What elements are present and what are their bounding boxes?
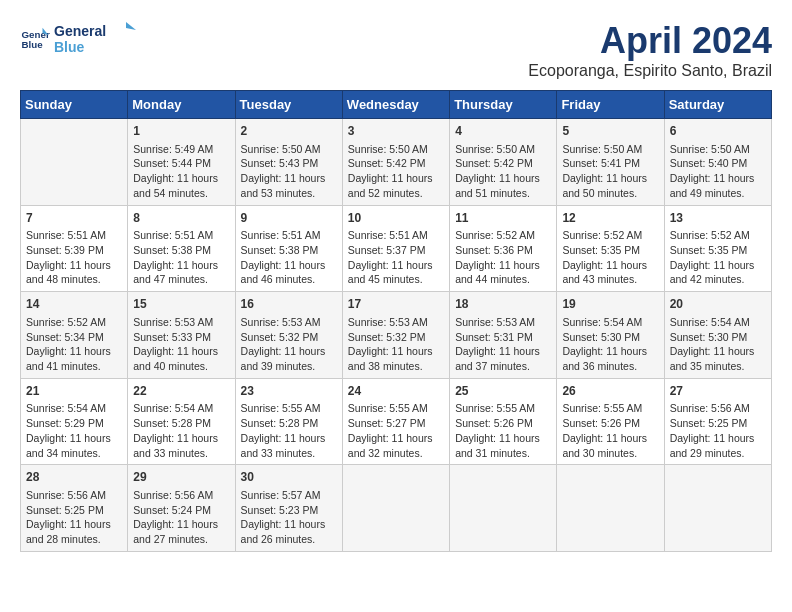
day-number: 8 — [133, 210, 229, 227]
calendar-cell: 21Sunrise: 5:54 AMSunset: 5:29 PMDayligh… — [21, 378, 128, 465]
day-number: 15 — [133, 296, 229, 313]
cell-content: Sunrise: 5:52 AM — [26, 315, 122, 330]
day-number: 1 — [133, 123, 229, 140]
cell-content: Daylight: 11 hours — [670, 171, 766, 186]
cell-content: Sunset: 5:25 PM — [26, 503, 122, 518]
cell-content: Daylight: 11 hours — [455, 171, 551, 186]
day-number: 25 — [455, 383, 551, 400]
calendar-cell — [450, 465, 557, 552]
cell-content: Sunrise: 5:49 AM — [133, 142, 229, 157]
calendar-cell: 20Sunrise: 5:54 AMSunset: 5:30 PMDayligh… — [664, 292, 771, 379]
cell-content: Sunset: 5:35 PM — [562, 243, 658, 258]
day-number: 10 — [348, 210, 444, 227]
cell-content: Sunrise: 5:50 AM — [670, 142, 766, 157]
cell-content: and 32 minutes. — [348, 446, 444, 461]
cell-content: Sunset: 5:43 PM — [241, 156, 337, 171]
day-number: 11 — [455, 210, 551, 227]
calendar-cell — [342, 465, 449, 552]
cell-content: Sunset: 5:28 PM — [241, 416, 337, 431]
cell-content: and 48 minutes. — [26, 272, 122, 287]
cell-content: and 51 minutes. — [455, 186, 551, 201]
cell-content: Daylight: 11 hours — [562, 344, 658, 359]
header-saturday: Saturday — [664, 91, 771, 119]
cell-content: Sunset: 5:26 PM — [562, 416, 658, 431]
cell-content: Sunset: 5:41 PM — [562, 156, 658, 171]
week-row-2: 7Sunrise: 5:51 AMSunset: 5:39 PMDaylight… — [21, 205, 772, 292]
cell-content: Sunset: 5:27 PM — [348, 416, 444, 431]
cell-content: Sunset: 5:23 PM — [241, 503, 337, 518]
cell-content: and 49 minutes. — [670, 186, 766, 201]
cell-content: Sunrise: 5:54 AM — [26, 401, 122, 416]
cell-content: Sunrise: 5:52 AM — [670, 228, 766, 243]
cell-content: and 36 minutes. — [562, 359, 658, 374]
header-tuesday: Tuesday — [235, 91, 342, 119]
header-friday: Friday — [557, 91, 664, 119]
day-number: 23 — [241, 383, 337, 400]
cell-content: Sunrise: 5:53 AM — [241, 315, 337, 330]
cell-content: Sunset: 5:30 PM — [670, 330, 766, 345]
cell-content: Sunrise: 5:51 AM — [241, 228, 337, 243]
svg-text:Blue: Blue — [54, 39, 85, 55]
cell-content: Sunset: 5:38 PM — [241, 243, 337, 258]
cell-content: Daylight: 11 hours — [26, 258, 122, 273]
calendar-cell: 29Sunrise: 5:56 AMSunset: 5:24 PMDayligh… — [128, 465, 235, 552]
header-monday: Monday — [128, 91, 235, 119]
day-number: 29 — [133, 469, 229, 486]
month-year: April 2024 — [528, 20, 772, 62]
cell-content: Daylight: 11 hours — [455, 344, 551, 359]
cell-content: Sunrise: 5:50 AM — [241, 142, 337, 157]
day-number: 18 — [455, 296, 551, 313]
cell-content: Sunset: 5:29 PM — [26, 416, 122, 431]
cell-content: Daylight: 11 hours — [133, 171, 229, 186]
cell-content: and 52 minutes. — [348, 186, 444, 201]
week-row-3: 14Sunrise: 5:52 AMSunset: 5:34 PMDayligh… — [21, 292, 772, 379]
cell-content: Sunrise: 5:55 AM — [455, 401, 551, 416]
day-number: 13 — [670, 210, 766, 227]
calendar-cell — [21, 119, 128, 206]
day-number: 22 — [133, 383, 229, 400]
cell-content: and 47 minutes. — [133, 272, 229, 287]
logo-icon: General Blue — [20, 24, 50, 54]
day-number: 21 — [26, 383, 122, 400]
calendar-cell: 15Sunrise: 5:53 AMSunset: 5:33 PMDayligh… — [128, 292, 235, 379]
location: Ecoporanga, Espirito Santo, Brazil — [528, 62, 772, 80]
cell-content: Daylight: 11 hours — [133, 258, 229, 273]
cell-content: Sunset: 5:26 PM — [455, 416, 551, 431]
cell-content: Sunrise: 5:57 AM — [241, 488, 337, 503]
day-number: 24 — [348, 383, 444, 400]
calendar-cell: 2Sunrise: 5:50 AMSunset: 5:43 PMDaylight… — [235, 119, 342, 206]
day-number: 4 — [455, 123, 551, 140]
cell-content: Sunrise: 5:50 AM — [455, 142, 551, 157]
cell-content: Sunset: 5:38 PM — [133, 243, 229, 258]
cell-content: and 44 minutes. — [455, 272, 551, 287]
cell-content: Sunset: 5:25 PM — [670, 416, 766, 431]
cell-content: Sunrise: 5:56 AM — [26, 488, 122, 503]
day-number: 28 — [26, 469, 122, 486]
cell-content: Sunrise: 5:55 AM — [348, 401, 444, 416]
day-number: 19 — [562, 296, 658, 313]
cell-content: Sunset: 5:33 PM — [133, 330, 229, 345]
day-number: 9 — [241, 210, 337, 227]
day-number: 14 — [26, 296, 122, 313]
calendar-cell: 17Sunrise: 5:53 AMSunset: 5:32 PMDayligh… — [342, 292, 449, 379]
cell-content: and 34 minutes. — [26, 446, 122, 461]
cell-content: Sunrise: 5:56 AM — [133, 488, 229, 503]
svg-text:General: General — [54, 23, 106, 39]
calendar-cell: 25Sunrise: 5:55 AMSunset: 5:26 PMDayligh… — [450, 378, 557, 465]
cell-content: and 26 minutes. — [241, 532, 337, 547]
cell-content: Sunrise: 5:55 AM — [241, 401, 337, 416]
day-number: 27 — [670, 383, 766, 400]
cell-content: Sunrise: 5:51 AM — [26, 228, 122, 243]
cell-content: Daylight: 11 hours — [26, 344, 122, 359]
calendar-cell: 13Sunrise: 5:52 AMSunset: 5:35 PMDayligh… — [664, 205, 771, 292]
day-number: 2 — [241, 123, 337, 140]
cell-content: Daylight: 11 hours — [133, 431, 229, 446]
day-number: 7 — [26, 210, 122, 227]
week-row-5: 28Sunrise: 5:56 AMSunset: 5:25 PMDayligh… — [21, 465, 772, 552]
cell-content: and 28 minutes. — [26, 532, 122, 547]
cell-content: and 46 minutes. — [241, 272, 337, 287]
cell-content: Daylight: 11 hours — [133, 517, 229, 532]
day-number: 30 — [241, 469, 337, 486]
cell-content: and 30 minutes. — [562, 446, 658, 461]
cell-content: Sunrise: 5:53 AM — [133, 315, 229, 330]
